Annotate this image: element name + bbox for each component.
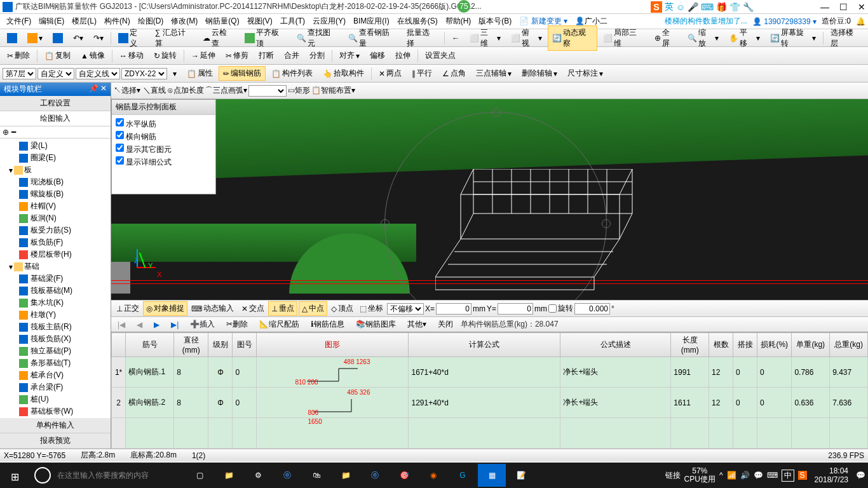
tree-foundation-group[interactable]: ▾基础 (1, 261, 109, 273)
tb-ie[interactable]: ⓔ (361, 464, 389, 487)
col-formula[interactable]: 计算公式 (409, 333, 560, 357)
pan-button[interactable]: ✋平移▾ (724, 25, 764, 51)
ime-ch[interactable]: 中 (782, 470, 794, 482)
tb-edge[interactable]: ⓔ (273, 464, 301, 487)
top-view-button[interactable]: ⬜俯视▾ (506, 25, 546, 51)
find-element-button[interactable]: 🔍查找图元 (292, 25, 342, 51)
tree-sump[interactable]: 集水坑(K) (1, 297, 109, 309)
point-length-button[interactable]: ⊙点加长度 (167, 85, 204, 96)
col-loss[interactable]: 损耗(%) (757, 333, 792, 357)
ime-emoji-icon[interactable]: ☺ (676, 2, 685, 12)
local-3d-button[interactable]: ⬜局部三维 (599, 25, 649, 51)
arc-select[interactable] (248, 85, 287, 97)
table-row[interactable]: 1650 (112, 418, 868, 449)
tray-net-icon[interactable]: 📶 (727, 471, 736, 480)
sogou-icon[interactable]: S (651, 1, 661, 13)
prev-button[interactable]: ◀ (133, 319, 146, 330)
props-button[interactable]: 📋属性 (182, 66, 217, 81)
rotate-button[interactable]: ↻旋转 (149, 48, 181, 63)
tb-app4[interactable]: ◉ (419, 464, 447, 487)
start-button[interactable] (3, 465, 28, 485)
code-select[interactable]: ZDYX-22 (121, 68, 167, 79)
delete-axis-button[interactable]: 删除辅轴▾ (517, 66, 562, 81)
col-dia[interactable]: 直径(mm) (174, 333, 208, 357)
panel-header[interactable]: 钢筋显示控制面板 (112, 100, 215, 115)
tree-hole[interactable]: 板洞(N) (1, 212, 109, 224)
last-button[interactable]: ▶| (167, 319, 182, 330)
move-button[interactable]: ↔移动 (115, 48, 148, 63)
tray-msg-icon[interactable]: 💬 (754, 471, 763, 480)
ime-skin-icon[interactable]: 👕 (729, 2, 740, 12)
expand-icon[interactable]: ⊕ (3, 128, 9, 137)
col-pic[interactable]: 图号 (233, 333, 257, 357)
tree-neg-bar[interactable]: 板负筋(F) (1, 236, 109, 248)
col-desc[interactable]: 公式描述 (560, 333, 671, 357)
3d-button[interactable]: ⬜三维▾ (465, 25, 505, 51)
smart-layout-button[interactable]: 📋智能布置▾ (311, 85, 355, 96)
clock[interactable]: 18:04 2018/7/23 (811, 466, 852, 485)
y-input[interactable] (498, 303, 533, 315)
first-button[interactable]: |◀ (114, 319, 129, 330)
tab-engineering[interactable]: 工程设置 (0, 96, 111, 111)
select-button[interactable]: ↖选择▾ (114, 85, 140, 96)
3d-canvas[interactable]: Z Y X 钢筋显示控制面板 水平纵筋 横向钢筋 显示其它图元 显示详细公式 (111, 99, 868, 300)
tree-found-beam[interactable]: 基础梁(F) (1, 273, 109, 285)
align-button[interactable]: 对齐▾ (335, 48, 364, 63)
offset-select[interactable]: 不偏移 (387, 303, 424, 315)
screen-rotate-button[interactable]: 🔄屏幕旋转▾ (766, 25, 821, 51)
open-button[interactable]: ▾ (23, 31, 47, 45)
dimension-button[interactable]: 尺寸标注▾ (563, 66, 607, 81)
tb-app3[interactable]: 🎯 (390, 464, 418, 487)
two-point-button[interactable]: ✕两点 (374, 66, 406, 81)
menu-floor[interactable]: 楼层(L) (68, 16, 100, 27)
fullscreen-button[interactable]: ⊕全屏 (650, 25, 682, 51)
scale-button[interactable]: 📐缩尺配筋 (255, 318, 303, 331)
col-name[interactable]: 筋号 (126, 333, 174, 357)
tree-strip-found[interactable]: 条形基础(T) (1, 357, 109, 369)
rebar-display-panel[interactable]: 钢筋显示控制面板 水平纵筋 横向钢筋 显示其它图元 显示详细公式 (111, 99, 216, 194)
task-view-icon[interactable]: ▢ (186, 464, 214, 487)
tree-raft[interactable]: 筏板基础(M) (1, 285, 109, 297)
tb-app1[interactable]: 📁 (215, 464, 243, 487)
parallel-button[interactable]: ∥平行 (407, 66, 437, 81)
copy-button[interactable]: 📋复制 (40, 48, 75, 63)
rotate-input[interactable] (574, 303, 610, 315)
maximize-button[interactable]: ☐ (839, 2, 848, 12)
merge-button[interactable]: 合并 (280, 48, 304, 63)
ortho-button[interactable]: ⊥正交 (114, 302, 142, 315)
tb-app7[interactable]: 📝 (507, 464, 535, 487)
cloud-check-button[interactable]: ☁云检查 (198, 25, 239, 51)
ime-tool-icon[interactable]: 🔧 (743, 2, 754, 12)
tree-found-band[interactable]: 基础板带(W) (1, 405, 109, 417)
redo-button[interactable]: ↷▾ (89, 32, 108, 44)
save-button[interactable] (48, 31, 67, 45)
orbit-button[interactable]: 🔄动态观察 (548, 25, 598, 51)
line-select[interactable]: 自定义线 (76, 68, 120, 79)
next-button[interactable]: ▶ (150, 319, 163, 330)
col-shape[interactable]: 图形 (257, 333, 409, 357)
coord-button[interactable]: ⬚坐标 (357, 302, 386, 315)
tree-beam[interactable]: 梁(L) (1, 140, 109, 152)
tb-explorer[interactable]: 📁 (332, 464, 360, 487)
extend-button[interactable]: →延伸 (187, 48, 220, 63)
tray-kbd-icon[interactable]: ⌨ (767, 471, 778, 480)
midpoint-button[interactable]: △中点 (299, 301, 327, 316)
opt-show-formula[interactable]: 显示详细公式 (116, 156, 212, 168)
arc-button[interactable]: ⌒三点画弧▾ (205, 85, 247, 96)
x-input[interactable] (436, 303, 471, 315)
tree-spiral-slab[interactable]: 螺旋板(B) (1, 188, 109, 200)
close-button[interactable]: ✕ (858, 2, 865, 12)
tray-vol-icon[interactable]: 🔊 (740, 471, 750, 480)
tree-cast-slab[interactable]: 现浇板(B) (1, 176, 109, 188)
new-button[interactable] (3, 31, 22, 45)
tray-up-icon[interactable]: ^ (719, 471, 723, 480)
tray-sogou-icon[interactable]: S (798, 471, 807, 480)
sum-calc-button[interactable]: ∑ 汇总计算 (151, 25, 198, 51)
opt-show-other[interactable]: 显示其它图元 (116, 143, 212, 156)
tree-cap-beam[interactable]: 承台梁(F) (1, 381, 109, 393)
pick-button[interactable]: 👆拾取构件 (318, 66, 369, 81)
define-button[interactable]: 定义 (114, 25, 149, 51)
opt-transverse[interactable]: 横向钢筋 (116, 130, 212, 143)
col-len[interactable]: 长度(mm) (671, 333, 709, 357)
three-point-axis-button[interactable]: 三点辅轴▾ (471, 66, 516, 81)
